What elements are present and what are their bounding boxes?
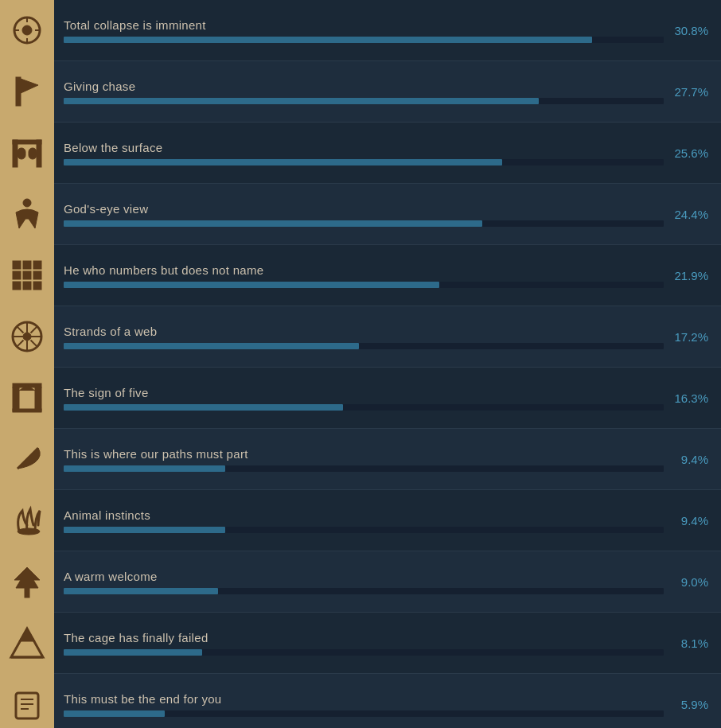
svg-rect-10 — [18, 148, 25, 159]
icon-warm-welcome — [3, 558, 51, 605]
icon-paths-must-part — [3, 435, 51, 483]
svg-rect-34 — [35, 387, 41, 411]
svg-rect-35 — [13, 409, 41, 412]
pct-label-below-the-surface: 25.6% — [673, 146, 721, 160]
icon-animal-instincts — [3, 496, 51, 544]
icon-sign-of-five — [3, 374, 51, 422]
icon-box-below-the-surface — [0, 123, 54, 184]
list-item-end-for-you: This must be the end for you 5.9% — [0, 674, 721, 728]
item-label-animal-instincts: Animal instincts — [64, 508, 664, 522]
bar-track-giving-chase — [64, 98, 664, 104]
bar-track-strands-of-web — [64, 343, 664, 349]
bar-fill-gods-eye-view — [64, 220, 482, 227]
list-item-warm-welcome: A warm welcome 9.0% — [0, 551, 721, 613]
bar-fill-sign-of-five — [64, 404, 343, 411]
pct-label-cage-has-failed: 8.1% — [673, 637, 721, 650]
bar-area-below-the-surface: Below the surface — [54, 141, 673, 165]
bar-area-end-for-you: This must be the end for you — [54, 692, 673, 717]
bar-area-giving-chase: Giving chase — [54, 80, 673, 104]
bar-track-below-the-surface — [64, 159, 664, 165]
bar-track-sign-of-five — [64, 404, 664, 411]
svg-marker-41 — [19, 629, 35, 641]
bar-area-animal-instincts: Animal instincts — [54, 508, 673, 533]
icon-box-he-who-numbers — [0, 245, 54, 306]
icon-box-animal-instincts — [0, 490, 54, 551]
svg-rect-38 — [25, 588, 29, 598]
bar-fill-end-for-you — [64, 710, 165, 717]
list-item-cage-has-failed: The cage has finally failed 8.1% — [0, 613, 721, 674]
bar-fill-warm-welcome — [64, 588, 218, 594]
svg-rect-11 — [29, 148, 37, 159]
icon-box-gods-eye-view — [0, 184, 54, 245]
svg-rect-14 — [23, 261, 31, 269]
bar-area-paths-must-part: This is where our paths must part — [54, 447, 673, 472]
icon-box-strands-of-web — [0, 306, 54, 368]
icon-below-the-surface — [3, 129, 51, 177]
item-label-warm-welcome: A warm welcome — [64, 570, 664, 583]
bar-area-he-who-numbers: He who numbers but does not name — [54, 263, 673, 288]
icon-box-sign-of-five — [0, 368, 54, 429]
list-item-he-who-numbers: He who numbers but does not name 21.9% — [0, 245, 721, 306]
item-label-total-collapse: Total collapse is imminent — [64, 18, 664, 32]
pct-label-he-who-numbers: 21.9% — [673, 269, 721, 282]
svg-line-30 — [31, 326, 38, 333]
icon-strands-of-web — [3, 313, 51, 360]
svg-rect-33 — [13, 387, 19, 411]
bar-fill-giving-chase — [64, 98, 539, 104]
pct-label-warm-welcome: 9.0% — [673, 575, 721, 589]
svg-rect-43 — [16, 693, 38, 718]
bar-fill-cage-has-failed — [64, 649, 202, 656]
list-item-paths-must-part: This is where our paths must part 9.4% — [0, 429, 721, 490]
bar-track-end-for-you — [64, 710, 664, 717]
svg-line-28 — [17, 326, 24, 333]
svg-point-37 — [18, 528, 40, 535]
bar-track-cage-has-failed — [64, 649, 664, 656]
icon-box-warm-welcome — [0, 551, 54, 613]
pct-label-gods-eye-view: 24.4% — [673, 208, 721, 221]
list-item-animal-instincts: Animal instincts 9.4% — [0, 490, 721, 551]
svg-point-23 — [23, 333, 31, 341]
pct-label-animal-instincts: 9.4% — [673, 514, 721, 528]
list-item-giving-chase: Giving chase 27.7% — [0, 61, 721, 123]
svg-rect-17 — [23, 271, 31, 279]
item-label-end-for-you: This must be the end for you — [64, 692, 664, 706]
svg-rect-6 — [16, 77, 21, 106]
bar-track-warm-welcome — [64, 588, 664, 594]
icon-box-paths-must-part — [0, 429, 54, 490]
svg-rect-16 — [13, 271, 21, 279]
list-item-below-the-surface: Below the surface 25.6% — [0, 123, 721, 184]
pct-label-paths-must-part: 9.4% — [673, 453, 721, 466]
list-item-sign-of-five: The sign of five 16.3% — [0, 368, 721, 429]
icon-box-cage-has-failed — [0, 613, 54, 674]
svg-rect-18 — [33, 271, 41, 279]
bar-track-he-who-numbers — [64, 282, 664, 288]
bar-area-gods-eye-view: God's-eye view — [54, 202, 673, 227]
list-item-strands-of-web: Strands of a web 17.2% — [0, 306, 721, 368]
bar-area-strands-of-web: Strands of a web — [54, 325, 673, 349]
item-label-giving-chase: Giving chase — [64, 80, 664, 93]
icon-box-total-collapse — [0, 0, 54, 61]
svg-rect-20 — [23, 282, 31, 290]
icon-total-collapse — [3, 6, 51, 54]
bar-fill-below-the-surface — [64, 159, 502, 165]
svg-rect-21 — [33, 282, 41, 290]
icon-gods-eye-view — [3, 190, 51, 238]
svg-point-12 — [23, 199, 31, 207]
item-label-he-who-numbers: He who numbers but does not name — [64, 263, 664, 277]
svg-point-1 — [22, 25, 32, 35]
bar-fill-paths-must-part — [64, 465, 225, 472]
bar-fill-he-who-numbers — [64, 282, 439, 288]
svg-rect-15 — [33, 261, 41, 269]
icon-cage-has-failed — [3, 619, 51, 667]
item-label-cage-has-failed: The cage has finally failed — [64, 631, 664, 644]
bar-track-total-collapse — [64, 37, 664, 43]
item-label-sign-of-five: The sign of five — [64, 386, 664, 399]
list-item-gods-eye-view: God's-eye view 24.4% — [0, 184, 721, 245]
pct-label-giving-chase: 27.7% — [673, 85, 721, 99]
icon-end-for-you — [3, 680, 51, 728]
bar-fill-strands-of-web — [64, 343, 359, 349]
svg-rect-19 — [13, 282, 21, 290]
item-label-below-the-surface: Below the surface — [64, 141, 664, 154]
icon-box-end-for-you — [0, 674, 54, 729]
bar-track-gods-eye-view — [64, 220, 664, 227]
